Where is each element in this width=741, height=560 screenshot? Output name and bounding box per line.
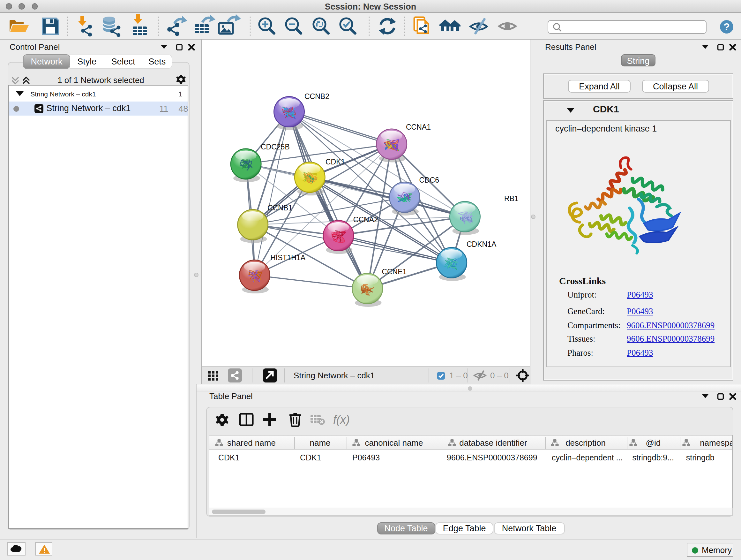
svg-text:RB1: RB1 [504, 194, 519, 203]
svg-text:CCNB2: CCNB2 [305, 92, 329, 101]
svg-text:CDC6: CDC6 [419, 176, 439, 184]
svg-text:CCNB1: CCNB1 [267, 204, 292, 212]
svg-text:?: ? [724, 21, 730, 33]
svg-text:1 – 0: 1 – 0 [449, 371, 468, 380]
svg-text:CCNA1: CCNA1 [406, 123, 431, 131]
svg-text:CDC25B: CDC25B [261, 143, 290, 151]
svg-text:0 – 0: 0 – 0 [490, 371, 509, 380]
svg-text:String Network – cdk1: String Network – cdk1 [293, 371, 375, 380]
svg-text:CCNA2: CCNA2 [353, 215, 378, 224]
svg-text:CDK1: CDK1 [326, 158, 345, 166]
svg-text:f(x): f(x) [333, 413, 350, 426]
svg-text:CCNE1: CCNE1 [382, 267, 407, 276]
svg-text:CDKN1A: CDKN1A [467, 240, 496, 248]
svg-text:HIST1H1A: HIST1H1A [270, 253, 306, 262]
